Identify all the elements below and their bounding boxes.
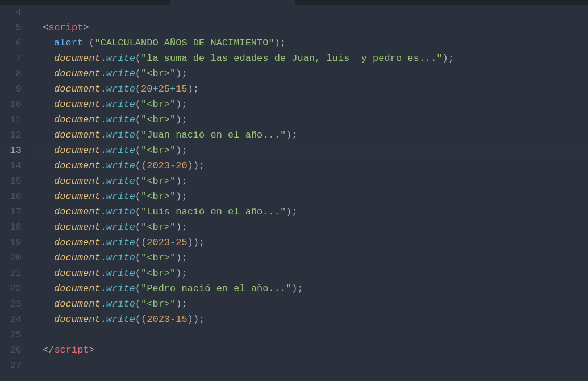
token-punct: > [89, 345, 95, 355]
line-number[interactable]: 9 [0, 81, 22, 97]
token-bracket: ) [187, 314, 193, 325]
token-bracket: ( [135, 160, 141, 171]
code-editor[interactable]: 4567891011121314151617181920212223242526… [0, 5, 588, 381]
line-number[interactable]: 14 [0, 158, 22, 173]
token-semi: ; [199, 314, 205, 325]
code-line[interactable]: document.write((2023-25)); [31, 235, 588, 250]
code-area[interactable]: <script>alert ("CALCULANDO AÑOS DE NACIM… [28, 5, 588, 381]
token-bracket: ) [193, 237, 199, 248]
code-line[interactable]: document.write("<br>"); [31, 220, 588, 235]
token-bracket: ( [135, 237, 141, 248]
token-method-italic: write [106, 145, 135, 156]
line-number[interactable]: 22 [0, 281, 22, 296]
token-semi: ; [199, 160, 205, 171]
token-punct: . [101, 99, 106, 110]
line-number-gutter[interactable]: 4567891011121314151617181920212223242526… [0, 5, 28, 381]
line-number[interactable]: 23 [0, 296, 22, 312]
code-line[interactable]: </script> [31, 342, 588, 358]
code-line[interactable]: document.write("<br>"); [31, 266, 588, 281]
line-number[interactable]: 15 [0, 173, 22, 189]
code-line[interactable]: document.write("Pedro nació en el año...… [31, 281, 588, 296]
line-number[interactable]: 24 [0, 312, 22, 327]
code-content: document.write("<br>"); [31, 143, 187, 158]
tab-active[interactable] [170, 0, 295, 5]
token-punct: . [101, 237, 106, 248]
token-bracket: ) [176, 99, 181, 110]
line-number[interactable]: 12 [0, 127, 22, 143]
token-method-italic: write [106, 268, 135, 279]
code-line[interactable]: document.write("<br>"); [31, 296, 588, 312]
line-number[interactable]: 4 [0, 5, 22, 20]
token-string: "Juan nació en el año..." [141, 130, 286, 140]
code-line[interactable]: document.write("<br>"); [31, 250, 588, 266]
code-line[interactable] [31, 5, 588, 20]
token-string: "<br>" [141, 252, 176, 263]
token-semi: ; [181, 191, 187, 202]
token-string: "<br>" [141, 99, 176, 110]
token-string: "CALCULANDO AÑOS DE NACIMIENTO" [94, 38, 274, 48]
token-semi: ; [291, 206, 297, 217]
code-line[interactable] [31, 358, 588, 373]
line-number[interactable]: 25 [0, 327, 22, 342]
token-punct: . [101, 114, 106, 125]
token-string: "<br>" [141, 176, 176, 187]
token-bracket: ( [141, 237, 147, 248]
token-italic-dom: document [54, 222, 101, 233]
line-number[interactable]: 7 [0, 51, 22, 66]
code-line[interactable]: alert ("CALCULANDO AÑOS DE NACIMIENTO"); [31, 35, 588, 51]
line-number[interactable]: 17 [0, 204, 22, 220]
code-line[interactable]: document.write("la suma de las edades de… [31, 51, 588, 66]
token-number: 15 [176, 314, 187, 325]
line-number[interactable]: 21 [0, 266, 22, 281]
token-semi: ; [181, 145, 187, 156]
code-content: <script> [31, 20, 89, 35]
token-bracket: ) [176, 176, 181, 187]
code-content: document.write("<br>"); [31, 97, 187, 112]
code-line[interactable]: document.write("<br>"); [31, 173, 588, 189]
code-content: document.write("<br>"); [31, 112, 187, 127]
line-number[interactable]: 8 [0, 66, 22, 81]
token-semi: ; [298, 283, 303, 294]
token-italic-dom: document [54, 299, 101, 309]
token-op: - [170, 237, 176, 248]
code-line[interactable]: document.write("<br>"); [31, 97, 588, 112]
code-content: document.write((2023-15)); [31, 312, 205, 327]
token-op: + [170, 84, 176, 94]
token-punct: . [101, 68, 106, 79]
token-string: "<br>" [141, 191, 176, 202]
token-op: - [170, 160, 176, 171]
code-line[interactable]: <script> [31, 20, 588, 35]
code-line[interactable]: document.write("<br>"); [31, 143, 588, 158]
token-italic-dom: document [54, 114, 101, 125]
tab-inactive[interactable] [0, 0, 170, 5]
tab-bar [0, 0, 588, 5]
line-number[interactable]: 10 [0, 97, 22, 112]
code-line[interactable]: document.write((2023-15)); [31, 312, 588, 327]
code-line[interactable]: document.write("<br>"); [31, 66, 588, 81]
token-bracket: ( [135, 68, 141, 79]
code-content: document.write("Pedro nació en el año...… [31, 281, 303, 296]
line-number[interactable]: 11 [0, 112, 22, 127]
tab-inactive[interactable] [295, 0, 466, 5]
line-number[interactable]: 19 [0, 235, 22, 250]
line-number[interactable]: 5 [0, 20, 22, 35]
token-op: + [152, 84, 158, 94]
code-line[interactable]: document.write((2023-20)); [31, 158, 588, 173]
code-line[interactable]: document.write("Juan nació en el año..."… [31, 127, 588, 143]
token-method-italic: write [106, 299, 135, 309]
token-bracket: ) [274, 38, 280, 48]
line-number[interactable]: 16 [0, 189, 22, 204]
line-number[interactable]: 6 [0, 35, 22, 51]
token-semi: ; [280, 38, 286, 48]
token-semi: ; [181, 176, 187, 187]
line-number[interactable]: 27 [0, 358, 22, 373]
line-number[interactable]: 20 [0, 250, 22, 266]
code-line[interactable] [31, 327, 588, 342]
code-line[interactable]: document.write("Luis nació en el año..."… [31, 204, 588, 220]
code-line[interactable]: document.write("<br>"); [31, 189, 588, 204]
code-line[interactable]: document.write(20+25+15); [31, 81, 588, 97]
line-number[interactable]: 18 [0, 220, 22, 235]
line-number[interactable]: 26 [0, 342, 22, 358]
line-number[interactable]: 13 [0, 143, 22, 158]
code-line[interactable]: document.write("<br>"); [31, 112, 588, 127]
